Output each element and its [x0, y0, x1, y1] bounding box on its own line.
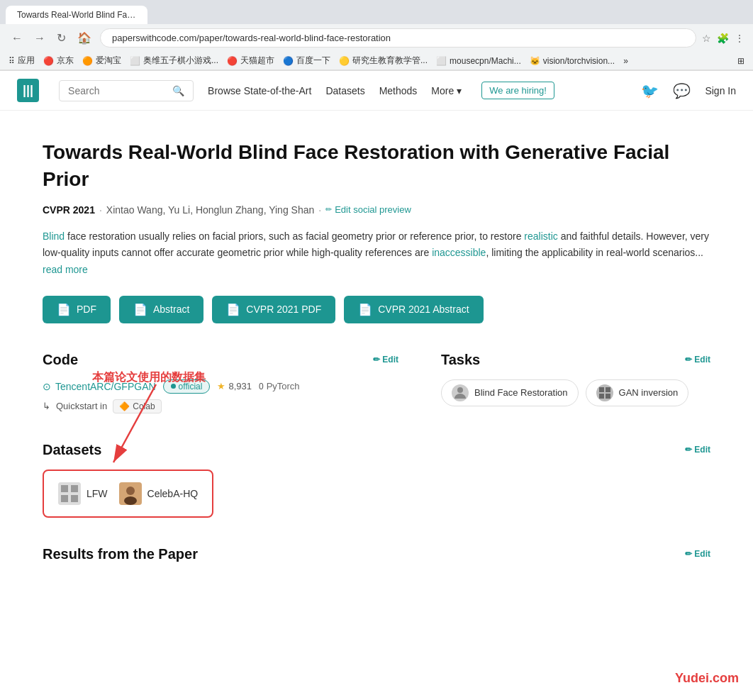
dataset-chip-lfw[interactable]: LFW	[58, 482, 108, 505]
paper-meta: CVPR 2021 · Xintao Wang, Yu Li, Honglun …	[43, 204, 710, 216]
bookmark-github2[interactable]: 🐱 vision/torchvision...	[530, 56, 615, 66]
extension-icon[interactable]: 🧩	[717, 33, 729, 44]
refresh-button[interactable]: ↻	[54, 28, 69, 48]
stars-count: ★ 8,931	[217, 381, 252, 391]
datasets-edit-icon: ✏	[685, 445, 692, 455]
bookmarks-bar: ⠿ 应用 🔴 京东 🟠 爱淘宝 ⬜ 奥维五子棋小游戏... 🔴 天猫超市 🔵 百…	[0, 52, 753, 70]
svg-rect-2	[606, 387, 610, 392]
abstract-highlight-realistic: realistic	[524, 230, 557, 242]
pdf-icon: 📄	[57, 303, 71, 316]
browse-state-link[interactable]: Browse State-of-the-Art	[208, 85, 311, 96]
star-icon: ★	[217, 381, 225, 391]
repo-row: ⊙ TencentARC/GFPGAN official ★ 8,931 0 P…	[43, 379, 398, 394]
datasets-box: LFW CelebA-HQ	[43, 470, 213, 518]
browser-actions: ☆ 🧩 ⋮	[702, 33, 744, 44]
chevron-down-icon: ▾	[457, 85, 462, 96]
cvpr-abstract-icon: 📄	[358, 303, 372, 316]
task-avatar-gan	[596, 384, 613, 401]
conference-badge: CVPR 2021	[43, 204, 95, 216]
svg-rect-10	[71, 485, 78, 492]
signin-button[interactable]: Sign In	[705, 85, 736, 96]
svg-rect-11	[61, 495, 68, 502]
main-content: Towards Real-World Blind Face Restoratio…	[0, 111, 753, 605]
edit-icon: ✏	[325, 205, 332, 214]
search-icon: 🔍	[172, 85, 184, 96]
annotation-container: 本篇论文使用的数据集	[43, 470, 213, 518]
tasks-edit-link[interactable]: ✏ Edit	[685, 355, 710, 365]
tasks-edit-icon: ✏	[685, 355, 692, 365]
edit-pencil-icon: ✏	[373, 355, 380, 365]
colab-badge[interactable]: 🔶 Colab	[113, 399, 161, 413]
abstract-text: Blind face restoration usually relies on…	[43, 228, 710, 279]
abstract-button[interactable]: 📄 Abstract	[119, 296, 203, 323]
cvpr-pdf-icon: 📄	[226, 303, 240, 316]
more-bookmarks[interactable]: »	[623, 56, 628, 66]
home-button[interactable]: 🏠	[74, 28, 94, 48]
svg-rect-3	[599, 394, 604, 399]
pdf-button[interactable]: 📄 PDF	[43, 296, 111, 323]
methods-link[interactable]: Methods	[379, 85, 418, 96]
code-section-title: Code ✏ Edit	[43, 352, 398, 368]
menu-icon[interactable]: ⋮	[735, 33, 744, 44]
search-input[interactable]	[68, 85, 167, 96]
colab-icon: 🔶	[119, 401, 130, 411]
url-text: paperswithcode.com/paper/towards-real-wo…	[112, 33, 684, 43]
official-badge: official	[163, 379, 211, 394]
svg-rect-1	[599, 387, 604, 392]
official-dot	[171, 384, 176, 389]
datasets-section-title: Datasets ✏ Edit	[43, 442, 710, 458]
code-edit-link[interactable]: ✏ Edit	[373, 355, 398, 365]
bookmark-apps[interactable]: ⠿ 应用	[9, 55, 35, 67]
results-edit-link[interactable]: ✏ Edit	[685, 549, 710, 559]
datasets-link[interactable]: Datasets	[325, 85, 364, 96]
read-more-link[interactable]: read more	[43, 264, 88, 275]
search-box[interactable]: 🔍	[59, 80, 194, 101]
dataset-icon-celeba	[119, 482, 142, 505]
browser-tab[interactable]: Towards Real-World Blind Face Restoratio…	[6, 6, 147, 24]
extensions-icon[interactable]: ⊞	[737, 56, 744, 66]
bookmark-edu[interactable]: 🟡 研究生教育教学管...	[339, 55, 428, 67]
pytorch-badge: 0 PyTorch	[259, 381, 300, 391]
slack-icon[interactable]: 💬	[673, 82, 691, 99]
bookmark-github1[interactable]: ⬜ mousecpn/Machi...	[436, 56, 521, 66]
dataset-icon-lfw	[58, 482, 81, 505]
quickstart-row: ↳ Quickstart in 🔶 Colab	[43, 399, 398, 413]
browser-toolbar: ← → ↻ 🏠 paperswithcode.com/paper/towards…	[0, 24, 753, 52]
github-icon: ⊙	[43, 381, 51, 392]
url-bar[interactable]: paperswithcode.com/paper/towards-real-wo…	[100, 28, 696, 48]
abstract-highlight-blind: Blind	[43, 230, 65, 242]
repo-link[interactable]: ⊙ TencentARC/GFPGAN	[43, 381, 156, 392]
abstract-highlight-inaccessible: inaccessible	[432, 247, 486, 258]
svg-rect-9	[61, 485, 68, 492]
svg-rect-4	[606, 394, 610, 399]
back-button[interactable]: ←	[9, 29, 26, 48]
paper-authors: Xintao Wang, Yu Li, Honglun Zhang, Ying …	[106, 204, 314, 216]
hiring-badge[interactable]: We are hiring!	[481, 82, 554, 99]
dataset-chip-celeba[interactable]: CelebA-HQ	[119, 482, 199, 505]
bookmark-tmall[interactable]: 🔴 天猫超市	[227, 55, 274, 67]
abstract-icon: 📄	[133, 303, 147, 316]
site-navbar: ||| 🔍 Browse State-of-the-Art Datasets M…	[0, 71, 753, 111]
bookmark-taobao[interactable]: 🟠 爱淘宝	[82, 55, 121, 67]
paper-title: Towards Real-World Blind Face Restoratio…	[43, 139, 710, 193]
more-menu[interactable]: More ▾	[431, 85, 462, 96]
cvpr2021-abstract-button[interactable]: 📄 CVPR 2021 Abstract	[344, 296, 483, 323]
task-chip-gan-inversion[interactable]: GAN inversion	[586, 379, 689, 406]
code-tasks-section: Code ✏ Edit ⊙ TencentARC/GFPGAN official	[43, 352, 710, 413]
forward-button[interactable]: →	[31, 29, 48, 48]
task-chip-blind-face-restoration[interactable]: Blind Face Restoration	[441, 379, 579, 406]
tasks-section-title: Tasks ✏ Edit	[441, 352, 710, 368]
results-section-title: Results from the Paper ✏ Edit	[43, 546, 710, 562]
cvpr2021-pdf-button[interactable]: 📄 CVPR 2021 PDF	[212, 296, 335, 323]
datasets-edit-link[interactable]: ✏ Edit	[685, 445, 710, 455]
button-row: 📄 PDF 📄 Abstract 📄 CVPR 2021 PDF 📄 CVPR …	[43, 296, 710, 323]
edit-social-preview-link[interactable]: ✏ Edit social preview	[325, 204, 411, 215]
site-logo[interactable]: |||	[17, 79, 39, 102]
bookmark-game[interactable]: ⬜ 奥维五子棋小游戏...	[130, 55, 218, 67]
bookmark-jd[interactable]: 🔴 京东	[43, 55, 74, 67]
bookmark-icon[interactable]: ☆	[702, 33, 711, 44]
dataset-label-lfw: LFW	[87, 488, 108, 499]
twitter-icon[interactable]: 🐦	[641, 82, 659, 99]
svg-point-15	[124, 496, 137, 505]
bookmark-baidu[interactable]: 🔵 百度一下	[283, 55, 330, 67]
